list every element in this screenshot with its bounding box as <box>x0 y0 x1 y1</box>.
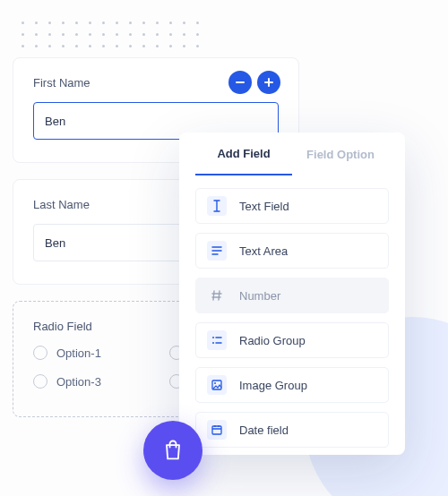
svg-rect-2 <box>264 81 273 83</box>
text-cursor-icon <box>207 196 227 216</box>
svg-point-6 <box>214 382 216 384</box>
shopping-bag-icon <box>160 438 185 463</box>
field-type-list: Text Field Text Area Number Radio Group <box>195 188 389 448</box>
radio-option-label: Option-3 <box>56 375 101 389</box>
image-icon <box>207 375 227 395</box>
shopping-fab[interactable] <box>143 421 202 480</box>
field-type-label: Image Group <box>239 379 307 392</box>
remove-field-button[interactable] <box>228 71 252 94</box>
panel-tabs: Add Field Field Option <box>195 133 389 175</box>
svg-rect-7 <box>212 426 221 434</box>
radio-option-label: Option-1 <box>56 346 101 360</box>
tab-add-field[interactable]: Add Field <box>195 133 292 175</box>
field-type-label: Date field <box>239 423 289 437</box>
add-field-button[interactable] <box>257 71 280 94</box>
radio-option[interactable]: Option-3 <box>33 374 142 389</box>
field-type-text-area[interactable]: Text Area <box>195 233 389 269</box>
svg-rect-0 <box>236 81 245 83</box>
radio-icon <box>33 346 47 360</box>
tab-field-option[interactable]: Field Option <box>292 133 389 175</box>
field-type-number[interactable]: Number <box>195 278 389 313</box>
svg-point-3 <box>212 337 214 338</box>
svg-point-4 <box>212 342 214 344</box>
field-type-label: Number <box>239 289 280 303</box>
text-lines-icon <box>207 241 227 261</box>
field-type-radio-group[interactable]: Radio Group <box>195 322 389 358</box>
field-type-text-field[interactable]: Text Field <box>195 188 389 224</box>
field-type-label: Text Area <box>239 244 288 258</box>
radio-option[interactable]: Option-1 <box>33 346 142 360</box>
add-field-panel: Add Field Field Option Text Field Text A… <box>179 133 405 455</box>
calendar-icon <box>207 420 227 440</box>
field-type-label: Text Field <box>239 200 289 213</box>
field-type-date-field[interactable]: Date field <box>195 412 389 448</box>
hash-icon <box>207 286 227 305</box>
list-icon <box>207 330 227 350</box>
first-name-value: Ben <box>45 115 65 128</box>
last-name-value: Ben <box>45 236 65 250</box>
field-type-image-group[interactable]: Image Group <box>195 367 389 403</box>
radio-icon <box>33 374 47 389</box>
field-type-label: Radio Group <box>239 334 306 347</box>
